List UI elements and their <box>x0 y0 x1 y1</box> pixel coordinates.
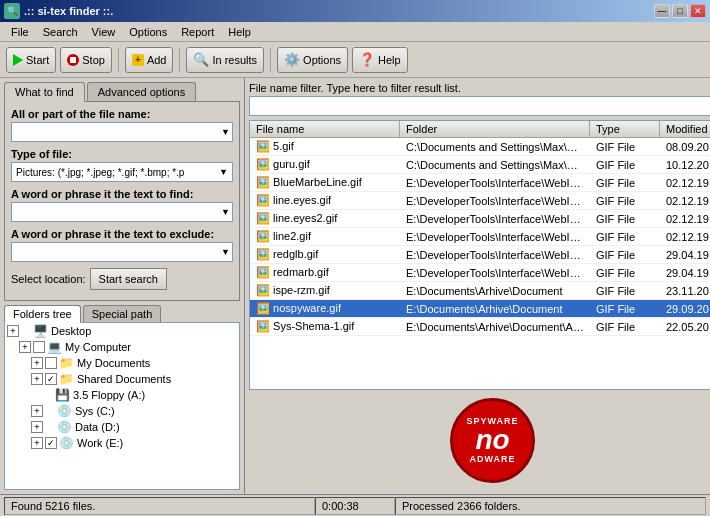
file-cell-folder: E:\Documents\Arhive\Document\Asad <box>400 320 590 334</box>
col-header-type[interactable]: Type <box>590 121 660 137</box>
help-label: Help <box>378 54 401 66</box>
add-button[interactable]: + Add <box>125 47 174 73</box>
tree-item[interactable]: +✓📁Shared Documents <box>5 371 239 387</box>
file-cell-type: GIF File <box>590 248 660 262</box>
start-button[interactable]: Start <box>6 47 56 73</box>
tab-what-to-find[interactable]: What to find <box>4 82 85 102</box>
filetype-label: Type of file: <box>11 148 233 160</box>
tree-item[interactable]: 💾3.5 Floppy (A:) <box>5 387 239 403</box>
col-header-filename[interactable]: File name <box>250 121 400 137</box>
table-row[interactable]: 🖼️ BlueMarbeLine.gif E:\DeveloperTools\I… <box>250 174 710 192</box>
file-cell-modified: 29.04.19 <box>660 266 710 280</box>
tree-expand-btn[interactable]: + <box>7 325 19 337</box>
close-button[interactable]: ✕ <box>690 4 706 18</box>
in-results-button[interactable]: 🔍 In results <box>186 47 264 73</box>
file-list-body[interactable]: 🖼️ 5.gif C:\Documents and Settings\Max\M… <box>250 138 710 389</box>
tab-advanced-options[interactable]: Advanced options <box>87 82 196 101</box>
file-icon: 🖼️ <box>256 176 270 188</box>
col-header-folder[interactable]: Folder <box>400 121 590 137</box>
table-row[interactable]: 🖼️ nospyware.gif E:\Documents\Arhive\Doc… <box>250 300 710 318</box>
maximize-button[interactable]: □ <box>672 4 688 18</box>
tab-special-path[interactable]: Special path <box>83 305 162 322</box>
tree-checkbox[interactable]: ✓ <box>45 373 57 385</box>
tree-checkbox[interactable]: ✓ <box>45 437 57 449</box>
tree-expand-btn[interactable]: + <box>31 357 43 369</box>
tree-no-check <box>21 325 33 337</box>
tree-no-check <box>45 405 57 417</box>
search-form: All or part of the file name: ▼ Type of … <box>4 101 240 301</box>
tree-indent <box>19 389 31 401</box>
tree-item[interactable]: +📁My Documents <box>5 355 239 371</box>
file-cell-type: GIF File <box>590 302 660 316</box>
file-list-header: File name Folder Type Modified <box>250 121 710 138</box>
menu-report[interactable]: Report <box>174 23 221 41</box>
filetype-row: Type of file: Pictures: (*.jpg; *.jpeg; … <box>11 148 233 182</box>
col-header-modified[interactable]: Modified <box>660 121 710 137</box>
tree-expand-btn[interactable]: + <box>31 405 43 417</box>
table-row[interactable]: 🖼️ guru.gif C:\Documents and Settings\Ma… <box>250 156 710 174</box>
menu-search[interactable]: Search <box>36 23 85 41</box>
tree-checkbox[interactable] <box>33 341 45 353</box>
menu-file[interactable]: File <box>4 23 36 41</box>
table-row[interactable]: 🖼️ ispe-rzm.gif E:\Documents\Arhive\Docu… <box>250 282 710 300</box>
tree-expand-btn[interactable]: + <box>31 373 43 385</box>
table-row[interactable]: 🖼️ Sys-Shema-1.gif E:\Documents\Arhive\D… <box>250 318 710 336</box>
word-phrase-input[interactable] <box>14 202 221 222</box>
options-button[interactable]: ⚙️ Options <box>277 47 348 73</box>
stop-button[interactable]: Stop <box>60 47 112 73</box>
table-row[interactable]: 🖼️ line.eyes.gif E:\DeveloperTools\Inter… <box>250 192 710 210</box>
tree-expand-btn[interactable]: + <box>19 341 31 353</box>
folder-tree[interactable]: + 🖥️Desktop +💻My Computer +📁My Documents… <box>5 323 239 489</box>
play-icon <box>13 54 23 66</box>
tree-item-label: Data (D:) <box>75 421 120 433</box>
tree-item[interactable]: +💻My Computer <box>5 339 239 355</box>
minimize-button[interactable]: — <box>654 4 670 18</box>
filename-input[interactable] <box>14 122 221 142</box>
menu-bar: File Search View Options Report Help <box>0 22 710 42</box>
exclude-phrase-input[interactable] <box>14 242 221 262</box>
file-cell-modified: 02.12.19 <box>660 212 710 226</box>
tab-folders-tree[interactable]: Folders tree <box>4 305 81 323</box>
table-row[interactable]: 🖼️ line2.gif E:\DeveloperTools\Interface… <box>250 228 710 246</box>
table-row[interactable]: 🖼️ 5.gif C:\Documents and Settings\Max\M… <box>250 138 710 156</box>
tree-item[interactable]: + 🖥️Desktop <box>5 323 239 339</box>
file-icon: 🖼️ <box>256 140 270 152</box>
file-cell-type: GIF File <box>590 230 660 244</box>
file-icon: 🖼️ <box>256 194 270 206</box>
folder-tree-container: + 🖥️Desktop +💻My Computer +📁My Documents… <box>4 322 240 490</box>
menu-view[interactable]: View <box>85 23 123 41</box>
file-cell-type: GIF File <box>590 158 660 172</box>
tree-item-icon: 💿 <box>57 420 72 434</box>
help-button[interactable]: ❓ Help <box>352 47 408 73</box>
word-phrase-label: A word or phrase it the text to find: <box>11 188 233 200</box>
tree-item[interactable]: + 💿Sys (C:) <box>5 403 239 419</box>
logo-area: SPYWARE no ADWARE <box>249 390 710 490</box>
table-row[interactable]: 🖼️ redglb.gif E:\DeveloperTools\Interfac… <box>250 246 710 264</box>
folder-tabs: Folders tree Special path <box>0 301 244 322</box>
tree-expand-btn[interactable]: + <box>31 437 43 449</box>
file-cell-name: 🖼️ line2.gif <box>250 229 400 244</box>
tree-indent <box>7 389 19 401</box>
tree-checkbox[interactable] <box>45 357 57 369</box>
toolbar: Start Stop + Add 🔍 In results ⚙️ Options… <box>0 42 710 78</box>
menu-options[interactable]: Options <box>122 23 174 41</box>
tree-indent <box>19 405 31 417</box>
file-name-text: line.eyes2.gif <box>273 212 337 224</box>
menu-help[interactable]: Help <box>221 23 258 41</box>
tree-indent <box>19 437 31 449</box>
table-row[interactable]: 🖼️ line.eyes2.gif E:\DeveloperTools\Inte… <box>250 210 710 228</box>
file-name-text: nospyware.gif <box>273 302 341 314</box>
start-search-button[interactable]: Start search <box>90 268 167 290</box>
table-row[interactable]: 🖼️ redmarb.gif E:\DeveloperTools\Interfa… <box>250 264 710 282</box>
word-phrase-row: A word or phrase it the text to find: ▼ <box>11 188 233 222</box>
tree-item[interactable]: + 💿Data (D:) <box>5 419 239 435</box>
tree-expand-btn[interactable]: + <box>31 421 43 433</box>
status-files-text: Found 5216 files. <box>11 500 95 512</box>
tree-item-label: Sys (C:) <box>75 405 115 417</box>
filename-input-wrapper[interactable]: ▼ <box>11 122 233 142</box>
file-cell-type: GIF File <box>590 284 660 298</box>
filter-input[interactable] <box>249 96 710 116</box>
file-cell-folder: C:\Documents and Settings\Max\My Do... <box>400 140 590 154</box>
file-icon: 🖼️ <box>256 284 270 296</box>
tree-item[interactable]: +✓💿Work (E:) <box>5 435 239 451</box>
